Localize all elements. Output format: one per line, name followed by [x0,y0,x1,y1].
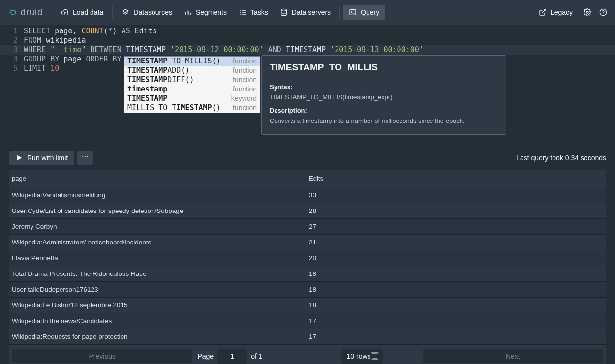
nav-query-label: Query [361,8,379,16]
page-label: Page [197,352,214,360]
autocomplete-item[interactable]: TIMESTAMPkeyword [124,94,260,103]
play-icon [15,154,23,162]
layers-icon [122,8,129,16]
run-label: Run with limit [27,154,68,162]
table-row[interactable]: Wikipedia:Vandalismusmeldung33 [9,187,606,203]
rows-select[interactable]: 10 rows [341,349,383,364]
more-button[interactable] [77,151,93,165]
brand-logo[interactable]: druid [5,7,49,18]
svg-marker-13 [17,155,22,160]
line-number: 2 [0,36,24,45]
nav-legacy[interactable]: Legacy [533,5,579,20]
tasks-icon [239,8,246,16]
nav-separator [52,6,52,19]
table-row[interactable]: User talk:Dudeperson17612318 [9,282,606,298]
results-table: page Edits Wikipedia:Vandalismusmeldung3… [9,170,606,345]
segments-icon [184,8,192,16]
prev-button[interactable]: Previous [12,349,192,363]
nav-separator [339,6,340,19]
help-icon [599,8,607,16]
svg-point-16 [87,156,88,157]
function-tooltip: TIMESTAMP_TO_MILLIS Syntax: TIMESTAMP_TO… [261,55,506,135]
help-button[interactable] [596,5,610,20]
table-header: page Edits [9,170,606,187]
line-number: 1 [0,27,24,36]
nav-segments-label: Segments [196,8,227,16]
database-icon [280,8,288,16]
autocomplete-item[interactable]: TIMESTAMPDIFF()function [124,75,260,85]
external-link-icon [539,8,547,16]
svg-point-15 [85,156,86,157]
tooltip-title: TIMESTAMP_TO_MILLIS [270,62,498,77]
settings-button[interactable] [581,5,594,20]
svg-line-9 [542,9,546,13]
svg-rect-7 [350,10,356,15]
svg-point-10 [586,11,588,13]
druid-logo-icon [9,8,17,16]
svg-marker-1 [123,9,128,13]
header-edits[interactable]: Edits [306,170,606,187]
pagination: Previous Page of 1 10 rows Next [9,345,606,364]
table-row[interactable]: User:Cyde/List of candidates for speedy … [9,203,606,219]
header-page[interactable]: page [9,170,306,187]
nav-segments[interactable]: Segments [178,5,233,20]
autocomplete-popup: TIMESTAMP_TO_MILLIS()functionTIMESTAMPAD… [124,56,260,113]
rows-select-label: 10 rows [347,352,371,360]
ellipsis-icon [81,153,89,161]
nav-separator [112,6,113,19]
nav-datasources-label: Datasources [133,8,172,16]
syntax-label: Syntax: [270,82,498,91]
run-button[interactable]: Run with limit [9,151,74,165]
nav-servers[interactable]: Data servers [274,5,337,20]
table-row[interactable]: Wikipédia:Le Bistro/12 septembre 201518 [9,298,606,313]
page-input[interactable] [217,349,247,364]
nav-tasks[interactable]: Tasks [233,5,274,20]
nav-legacy-label: Legacy [551,8,573,16]
desc-label: Description: [270,106,498,115]
table-row[interactable]: Wikipedia:Administrators' noticeboard/In… [9,235,606,250]
sql-editor[interactable]: 1SELECT page, COUNT(*) AS Edits 2FROM wi… [0,25,615,146]
nav-tasks-label: Tasks [250,8,268,16]
svg-point-14 [83,156,84,157]
query-toolbar: Run with limit Last query took 0.34 seco… [0,146,615,170]
autocomplete-item[interactable]: MILLIS_TO_TIMESTAMP()function [124,103,260,113]
svg-point-6 [281,9,286,11]
nav-load-data[interactable]: Load data [55,5,109,20]
nav-load-label: Load data [73,8,103,16]
table-row[interactable]: Wikipedia:Requests for page protection17 [9,329,606,345]
line-number: 4 [0,55,24,64]
cloud-upload-icon [61,8,69,16]
table-row[interactable]: Flavia Pennetta20 [9,250,606,266]
header: druid Load data Datasources Segments Tas… [0,0,615,25]
nav-query[interactable]: Query [343,5,385,20]
autocomplete-item[interactable]: TIMESTAMPADD()function [124,66,260,75]
autocomplete-item[interactable]: timestamp_function [124,85,260,94]
table-row[interactable]: Wikipedia:In the news/Candidates17 [9,313,606,329]
query-status: Last query took 0.34 seconds [516,154,606,162]
table-row[interactable]: Jeremy Corbyn27 [9,219,606,235]
table-row[interactable]: Total Drama Presents: The Ridonculous Ra… [9,266,606,282]
syntax-value: TIMESTAMP_TO_MILLIS(timestamp_expr) [270,92,498,102]
nav-servers-label: Data servers [292,8,331,16]
console-icon [349,8,357,16]
nav-datasources[interactable]: Datasources [116,5,178,20]
gear-icon [584,8,591,16]
line-number: 3 [0,45,24,55]
line-number: 5 [0,64,24,73]
next-button[interactable]: Next [423,349,603,363]
brand-text: druid [21,7,43,18]
page-of: of 1 [251,352,262,360]
autocomplete-item[interactable]: TIMESTAMP_TO_MILLIS()function [124,57,260,66]
desc-value: Converts a timestamp into a number of mi… [270,116,498,125]
